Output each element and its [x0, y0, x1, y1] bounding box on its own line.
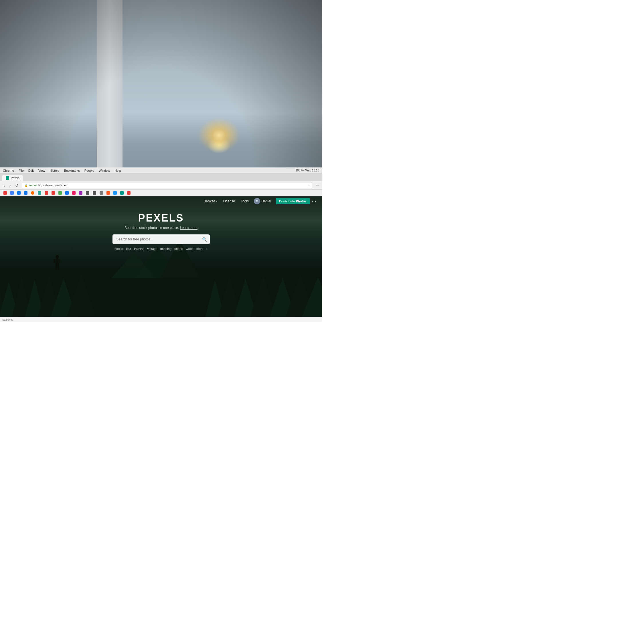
contribute-photos-button[interactable]: Contribute Photos: [276, 198, 310, 204]
nav-tools[interactable]: Tools: [241, 199, 249, 203]
tag-vintage[interactable]: vintage: [147, 247, 157, 250]
menu-view[interactable]: View: [38, 169, 45, 172]
person-silhouette-svg: [52, 254, 63, 274]
bk-favicon-m3: [100, 191, 103, 195]
tag-house[interactable]: house: [114, 247, 123, 250]
gmail-favicon: [3, 191, 7, 195]
bookmark-blue3[interactable]: [112, 191, 118, 195]
tag-wood[interactable]: wood: [186, 247, 193, 250]
reload-button[interactable]: ↺: [14, 183, 20, 188]
bookmark-m3[interactable]: [98, 191, 104, 195]
url-text: https://www.pexels.com: [38, 184, 68, 187]
svg-rect-22: [58, 259, 60, 263]
bookmark-m2[interactable]: [92, 191, 97, 195]
bookmark-gmail[interactable]: [2, 191, 8, 195]
svg-rect-25: [54, 259, 55, 263]
bookmark-red2[interactable]: [44, 191, 49, 195]
bookmark-purple[interactable]: [78, 191, 84, 195]
address-bar[interactable]: 🔒 Secure https://www.pexels.com ☆: [22, 183, 313, 188]
avatar: D: [254, 198, 260, 204]
bookmark-m1[interactable]: [85, 191, 90, 195]
menu-history[interactable]: History: [50, 169, 59, 172]
nav-browse[interactable]: Browse ▾: [204, 199, 218, 203]
bk-favicon-purple: [79, 191, 82, 195]
svg-point-20: [56, 255, 59, 258]
bk-favicon-orange2: [106, 191, 110, 195]
svg-rect-24: [58, 264, 59, 270]
svg-rect-23: [56, 264, 57, 270]
system-icons: 100 % Wed 16:15: [295, 169, 319, 172]
bookmark-20[interactable]: [16, 191, 22, 195]
tab-title: Pexels: [11, 177, 19, 180]
bk-favicon-blue3: [113, 191, 117, 195]
chevron-icon: ▾: [216, 200, 218, 203]
bookmark-21[interactable]: [23, 191, 29, 195]
secure-label: Secure: [28, 184, 37, 187]
bookmark-orange[interactable]: [30, 191, 35, 195]
column-element: [97, 0, 123, 187]
user-name: Daniel: [261, 199, 271, 203]
status-text: Searches: [2, 318, 13, 321]
bk-favicon-m2: [93, 191, 96, 195]
bk-favicon-teal2: [120, 191, 124, 195]
bk-favicon-21: [24, 191, 27, 195]
browser-toolbar: ‹ › ↺ 🔒 Secure https://www.pexels.com ☆ …: [0, 181, 322, 190]
search-icon[interactable]: 🔍: [202, 237, 207, 242]
bookmark-orange2[interactable]: [105, 191, 111, 195]
menu-people[interactable]: People: [84, 169, 94, 172]
bk-favicon-green: [58, 191, 62, 195]
bookmark-star-icon[interactable]: ☆: [307, 183, 310, 187]
hero-content: PEXELS Best free stock photos in one pla…: [0, 206, 322, 250]
bookmark-youtube[interactable]: [50, 191, 56, 195]
learn-more-link[interactable]: Learn more: [180, 226, 197, 230]
bookmark-google[interactable]: [9, 191, 15, 195]
menu-bookmarks[interactable]: Bookmarks: [64, 169, 80, 172]
menu-help[interactable]: Help: [114, 169, 121, 172]
google-favicon: [10, 191, 14, 195]
forward-button[interactable]: ›: [8, 183, 12, 188]
clock: Wed 16:15: [305, 169, 319, 172]
search-input[interactable]: [112, 234, 210, 244]
menu-file[interactable]: File: [19, 169, 24, 172]
tag-blur[interactable]: blur: [126, 247, 131, 250]
nav-license[interactable]: License: [223, 199, 235, 203]
bookmark-teal2[interactable]: [119, 191, 125, 195]
bookmark-green[interactable]: [57, 191, 63, 195]
menu-edit[interactable]: Edit: [28, 169, 34, 172]
menu-chrome[interactable]: Chrome: [3, 169, 14, 172]
bk-favicon-x: [127, 191, 131, 195]
bk-favicon-red2: [45, 191, 48, 195]
tag-phone[interactable]: phone: [174, 247, 183, 250]
pexels-nav: Browse ▾ License Tools D Daniel Contribu…: [0, 196, 322, 206]
user-profile[interactable]: D Daniel: [254, 198, 271, 204]
browser-menubar: Chrome File Edit View History Bookmarks …: [0, 167, 322, 174]
tag-meeting[interactable]: meeting: [160, 247, 171, 250]
tag-training[interactable]: training: [134, 247, 144, 250]
bk-favicon-m1: [86, 191, 89, 195]
bookmark-x[interactable]: [126, 191, 132, 195]
extensions-icon[interactable]: ⋯: [315, 183, 320, 188]
back-button[interactable]: ‹: [2, 183, 6, 188]
bookmarks-bar: [0, 190, 322, 196]
bookmark-pink[interactable]: [71, 191, 77, 195]
bookmark-teal[interactable]: [37, 191, 42, 195]
secure-badge: 🔒 Secure: [25, 184, 37, 187]
status-bar: Searches: [0, 317, 322, 322]
more-options-button[interactable]: ⋯: [312, 199, 316, 204]
bk-favicon-orange: [31, 191, 34, 195]
tagline: Best free stock photos in one place. Lea…: [125, 226, 197, 230]
menu-window[interactable]: Window: [99, 169, 110, 172]
browser-area: Chrome File Edit View History Bookmarks …: [0, 167, 322, 322]
bk-favicon-blue2: [65, 191, 69, 195]
active-tab[interactable]: Pexels: [2, 175, 23, 181]
more-tags[interactable]: more →: [196, 247, 208, 250]
battery-label: 100 %: [295, 169, 303, 172]
bookmark-blue2[interactable]: [64, 191, 70, 195]
bk-favicon-teal: [38, 191, 41, 195]
bk-favicon-yt: [52, 191, 55, 195]
pexels-website: Browse ▾ License Tools D Daniel Contribu…: [0, 196, 322, 317]
bk-favicon-20: [17, 191, 21, 195]
search-tags: house blur training vintage meeting phon…: [114, 247, 208, 250]
bk-favicon-pink: [72, 191, 76, 195]
tab-favicon: [6, 176, 9, 180]
